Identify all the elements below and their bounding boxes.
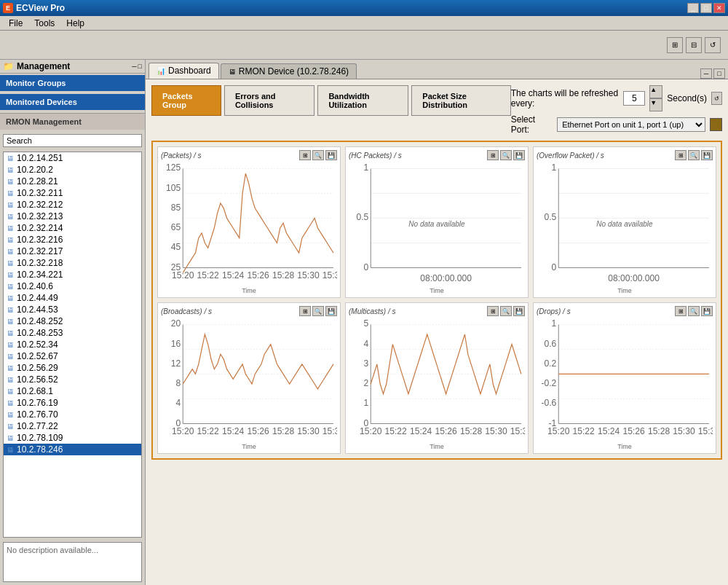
chart-zoom-btn[interactable]: 🔍	[500, 306, 512, 316]
title-bar-controls[interactable]: _ □ ✕	[687, 3, 725, 13]
device-icon: 🖥	[7, 294, 14, 302]
list-item[interactable]: 🖥10.2.14.251	[4, 152, 141, 164]
list-item[interactable]: 🖥10.2.32.213	[4, 211, 141, 222]
device-icon: 🖥	[7, 353, 14, 361]
list-item[interactable]: 🖥10.2.48.253	[4, 327, 141, 339]
btn-bandwidth-util[interactable]: Bandwidth Utilization	[317, 85, 408, 116]
list-item[interactable]: 🖥10.2.48.252	[4, 315, 141, 327]
list-item[interactable]: 🖥10.2.56.29	[4, 362, 141, 374]
list-item[interactable]: 🖥10.2.76.70	[4, 409, 141, 420]
chart-buttons: ⊞ 🔍 💾	[675, 306, 713, 316]
svg-text:-0.6: -0.6	[541, 398, 556, 408]
svg-text:15:32: 15:32	[698, 426, 713, 436]
left-panel-title: 📁 Management	[3, 61, 70, 71]
list-item[interactable]: 🖥10.2.44.49	[4, 292, 141, 304]
list-item[interactable]: 🖥10.2.28.21	[4, 176, 141, 187]
device-icon: 🖥	[7, 388, 14, 396]
list-item[interactable]: 🖥10.2.20.2	[4, 164, 141, 176]
maximize-button[interactable]: □	[700, 3, 712, 13]
chart-export-btn[interactable]: 💾	[513, 150, 525, 160]
chart-zoom-btn[interactable]: 🔍	[688, 150, 700, 160]
toolbar-refresh-btn[interactable]: ↺	[705, 37, 721, 53]
nav-monitor-groups[interactable]: Monitor Groups	[0, 75, 145, 91]
menu-file[interactable]: File	[3, 17, 28, 30]
list-item[interactable]: 🖥10.2.52.34	[4, 339, 141, 350]
search-input[interactable]	[3, 134, 142, 147]
dashboard-content: Packets Group Errors and Collisions Band…	[146, 79, 728, 585]
chart-zoom-btn[interactable]: 🔍	[312, 150, 324, 160]
chart-table-btn[interactable]: ⊞	[675, 306, 687, 316]
list-item[interactable]: 🖥10.2.34.221	[4, 269, 141, 280]
chart-export-btn[interactable]: 💾	[701, 150, 713, 160]
btn-errors-collisions[interactable]: Errors and Collisions	[224, 85, 314, 116]
toolbar-minus-btn[interactable]: ⊟	[686, 37, 702, 53]
chart-export-btn[interactable]: 💾	[513, 306, 525, 316]
list-item[interactable]: 🖥10.2.32.217	[4, 246, 141, 257]
refresh-value-input[interactable]	[623, 91, 645, 106]
svg-text:08:00:00.000: 08:00:00.000	[420, 273, 472, 283]
chart-table-btn[interactable]: ⊞	[487, 306, 499, 316]
chart-export-btn[interactable]: 💾	[325, 150, 337, 160]
chart-buttons: ⊞ 🔍 💾	[487, 150, 525, 160]
chart-table-btn[interactable]: ⊞	[299, 306, 311, 316]
svg-text:0: 0	[363, 262, 368, 272]
chart-x-label: Time	[537, 287, 713, 294]
chart-zoom-btn[interactable]: 🔍	[500, 150, 512, 160]
nav-rmon-management[interactable]: RMON Management	[0, 113, 145, 130]
list-item[interactable]: 🖥10.2.44.53	[4, 304, 141, 315]
list-item[interactable]: 🖥10.2.68.1	[4, 385, 141, 397]
close-button[interactable]: ✕	[713, 3, 725, 13]
btn-packet-size[interactable]: Packet Size Distribution	[411, 85, 510, 116]
chart-export-btn[interactable]: 💾	[701, 306, 713, 316]
chart-table-btn[interactable]: ⊞	[487, 150, 499, 160]
svg-text:15:32: 15:32	[323, 270, 337, 280]
right-panel-restore[interactable]: □	[713, 68, 725, 79]
svg-text:15:20: 15:20	[172, 270, 194, 280]
svg-text:2: 2	[363, 378, 368, 388]
list-item[interactable]: 🖥10.2.56.52	[4, 374, 141, 385]
list-item[interactable]: 🖥10.2.32.218	[4, 257, 141, 269]
chart-table-btn[interactable]: ⊞	[299, 150, 311, 160]
list-item[interactable]: 🖥10.2.32.211	[4, 187, 141, 199]
toolbar-grid-btn[interactable]: ⊞	[667, 37, 683, 53]
refresh-down-btn[interactable]: ▼	[649, 98, 662, 111]
menu-help[interactable]: Help	[60, 17, 90, 30]
svg-text:15:24: 15:24	[598, 426, 620, 436]
list-item[interactable]: 🖥10.2.76.19	[4, 397, 141, 409]
panel-top-controls[interactable]: ─ □	[700, 68, 725, 79]
title-bar-left: E ECView Pro	[3, 3, 65, 13]
refresh-up-btn[interactable]: ▲	[649, 85, 662, 98]
right-panel-minimize[interactable]: ─	[700, 68, 712, 79]
device-icon: 🖥	[7, 236, 14, 244]
minimize-button[interactable]: _	[687, 3, 699, 13]
panel-minimize-btn[interactable]: ─	[132, 63, 136, 70]
device-icon: 🖥	[7, 434, 14, 442]
list-item[interactable]: 🖥10.2.78.246	[4, 444, 141, 455]
list-item[interactable]: 🖥10.2.40.6	[4, 280, 141, 292]
chart-zoom-btn[interactable]: 🔍	[688, 306, 700, 316]
panel-restore-btn[interactable]: □	[138, 63, 142, 70]
menu-tools[interactable]: Tools	[28, 17, 60, 30]
tab-rmon-device[interactable]: 🖥 RMON Device (10.2.78.246)	[221, 63, 357, 79]
list-item[interactable]: 🖥10.2.32.216	[4, 234, 141, 246]
chart-export-btn[interactable]: 💾	[325, 306, 337, 316]
list-item[interactable]: 🖥10.2.78.109	[4, 432, 141, 444]
svg-text:65: 65	[171, 222, 181, 232]
nav-monitored-devices[interactable]: Monitored Devices	[0, 94, 145, 110]
chart-zoom-btn[interactable]: 🔍	[312, 306, 324, 316]
refresh-go-btn[interactable]: ↺	[711, 92, 722, 105]
chart-table-btn[interactable]: ⊞	[675, 150, 687, 160]
list-item[interactable]: 🖥10.2.52.67	[4, 350, 141, 362]
list-item[interactable]: 🖥10.2.32.212	[4, 199, 141, 211]
port-select[interactable]: Ethernet Port on unit 1, port 1 (up)	[557, 117, 705, 132]
no-data-label: No data available	[408, 220, 464, 228]
btn-packets-group[interactable]: Packets Group	[151, 85, 221, 116]
list-item[interactable]: 🖥10.2.77.22	[4, 420, 141, 432]
menu-bar: File Tools Help	[0, 16, 728, 31]
svg-text:0.2: 0.2	[544, 358, 556, 369]
panel-controls[interactable]: ─ □	[132, 63, 142, 70]
chart-title: (Drops) / s	[537, 307, 571, 315]
tab-dashboard[interactable]: 📊 Dashboard	[149, 63, 219, 79]
list-item[interactable]: 🖥10.2.32.214	[4, 222, 141, 234]
device-icon: 🖥	[7, 201, 14, 209]
